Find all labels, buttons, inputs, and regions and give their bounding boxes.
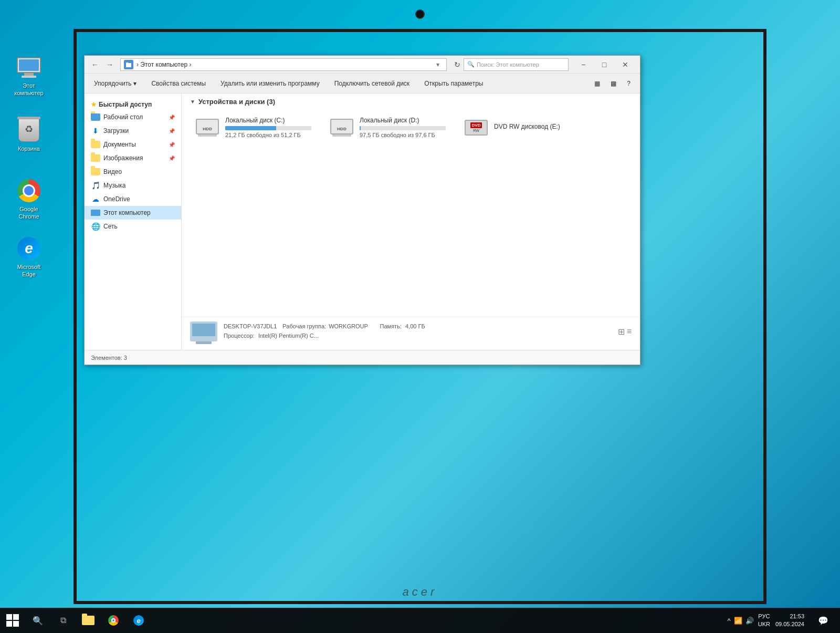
explorer-window: ← → › Этот компьютер › ▾ ↻ 🔍 Поиск: Этот… (84, 55, 640, 365)
taskbar-explorer-button[interactable] (76, 608, 101, 633)
computer-info-bar: DESKTOP-V37JDL1 Рабочая группа: WORKGROU… (182, 317, 640, 350)
workgroup-label: Рабочая группа: (282, 323, 326, 329)
processor-label: Процессор: (224, 333, 255, 339)
close-button[interactable]: ✕ (615, 57, 636, 72)
nav-buttons: ← → (89, 58, 116, 71)
open-settings-button[interactable]: Открыть параметры (421, 78, 486, 89)
notifications-button[interactable]: 💬 (811, 608, 836, 633)
organize-dropdown-icon: ▾ (133, 80, 136, 87)
network-icon: 🌐 (91, 222, 100, 231)
recycle-icon-label: Корзина (18, 145, 40, 152)
lang-secondary: UKR (758, 620, 770, 628)
content-panel: ▼ Устройства и диски (3) HDD (182, 94, 640, 350)
drive-d-item[interactable]: HDD Локальный диск (D:) (324, 112, 450, 143)
desktop-icon-chrome[interactable]: GoogleChrome (8, 176, 50, 223)
taskbar-clock[interactable]: 21:53 09.05.2024 (775, 613, 804, 629)
address-dropdown-icon[interactable]: ▾ (433, 59, 443, 70)
search-bar[interactable]: 🔍 Поиск: Этот компьютер (464, 58, 569, 71)
connect-drive-button[interactable]: Подключить сетевой диск (331, 78, 413, 89)
taskbar-search-button[interactable]: 🔍 (25, 608, 50, 633)
drive-c-bar-fill (225, 126, 276, 130)
taskbar: 🔍 ⧉ e ^ 📶 🔊 РУС UKR (0, 608, 840, 633)
documents-folder-icon (91, 140, 100, 149)
uninstall-button[interactable]: Удалить или изменить программу (217, 78, 323, 89)
drive-e-info: DVD RW дисковод (E:) (494, 123, 580, 132)
drive-c-info: Локальный диск (C:) 21,2 ГБ свободно из … (225, 117, 311, 138)
address-text: › Этот компьютер › (136, 61, 191, 68)
open-settings-label: Открыть параметры (424, 80, 483, 87)
help-button[interactable]: ? (624, 78, 634, 89)
taskbar-edge-button[interactable]: e (126, 608, 151, 633)
uninstall-label: Удалить или изменить программу (220, 80, 320, 87)
maximize-button[interactable]: □ (594, 57, 615, 72)
chrome-icon (16, 178, 41, 203)
organize-label: Упорядочить (94, 80, 131, 87)
sidebar-item-onedrive[interactable]: ☁ OneDrive (85, 192, 181, 206)
system-properties-button[interactable]: Свойства системы (148, 78, 209, 89)
drives-grid: HDD Локальный диск (C:) (182, 110, 640, 151)
chrome-icon-label: GoogleChrome (18, 205, 39, 221)
address-bar[interactable]: › Этот компьютер › ▾ (120, 58, 447, 71)
quick-access-title: ★ Быстрый доступ (85, 98, 181, 110)
address-folder-icon (124, 60, 133, 69)
start-button[interactable] (0, 608, 25, 633)
workgroup-value: WORKGROUP (329, 323, 368, 329)
drive-c-icon: HDD (195, 117, 220, 138)
recycle-icon: ♻ (16, 118, 41, 143)
forward-button[interactable]: → (103, 58, 116, 71)
window-controls: − □ ✕ (573, 57, 636, 72)
sidebar-item-music[interactable]: 🎵 Музыка (85, 179, 181, 192)
sidebar-item-thispc[interactable]: Этот компьютер (85, 206, 181, 220)
star-icon: ★ (91, 101, 97, 108)
desktop-folder-icon (91, 112, 100, 122)
desktop-icon-recycle[interactable]: ♻ Корзина (8, 116, 50, 154)
refresh-button[interactable]: ↻ (451, 58, 464, 71)
camera-hole (415, 9, 425, 19)
show-hidden-icon[interactable]: ^ (728, 617, 731, 625)
content-scrollable[interactable]: ▼ Устройства и диски (3) HDD (182, 94, 640, 317)
taskbar-task-view-button[interactable]: ⧉ (50, 608, 76, 633)
edge-icon (16, 236, 41, 261)
drive-c-bar-bg (225, 126, 311, 130)
organize-button[interactable]: Упорядочить ▾ (91, 78, 140, 89)
sidebar-item-pictures[interactable]: Изображения 📌 (85, 151, 181, 165)
computer-icon-label: Этот компьютер (10, 82, 48, 97)
drive-d-size: 97,5 ГБ свободно из 97,6 ГБ (360, 132, 446, 138)
pin-icon-2: 📌 (169, 128, 175, 134)
taskbar-edge-icon: e (133, 615, 144, 626)
sidebar-item-network[interactable]: 🌐 Сеть (85, 220, 181, 233)
network-tray-icon[interactable]: 📶 (734, 617, 742, 625)
volume-icon[interactable]: 🔊 (746, 617, 754, 625)
back-button[interactable]: ← (89, 58, 101, 71)
sidebar-item-documents[interactable]: Документы 📌 (85, 138, 181, 151)
section-arrow-icon: ▼ (190, 99, 195, 105)
title-bar: ← → › Этот компьютер › ▾ ↻ 🔍 Поиск: Этот… (85, 56, 640, 74)
pin-icon-3: 📌 (169, 142, 175, 148)
view-toggle-button[interactable]: ▩ (607, 78, 620, 89)
pictures-folder-icon (91, 153, 100, 163)
memory-label: Память: (380, 323, 402, 329)
desktop-icon-edge[interactable]: Microsoft Edge (8, 234, 50, 281)
system-tray-icons: ^ 📶 🔊 (728, 617, 754, 625)
drive-e-item[interactable]: DVD RW DVD RW дисковод (E:) (459, 112, 585, 143)
taskbar-chrome-button[interactable] (101, 608, 126, 633)
processor-value: Intel(R) Pentium(R) C... (258, 333, 319, 339)
sidebar-item-desktop[interactable]: Рабочий стол 📌 (85, 110, 181, 124)
language-indicator[interactable]: РУС UKR (758, 613, 770, 629)
thispc-icon (91, 208, 100, 217)
view-options-button[interactable]: ▦ (591, 78, 603, 89)
sidebar-item-downloads[interactable]: ⬇ Загрузки 📌 (85, 124, 181, 138)
desktop-icon-computer[interactable]: Этот компьютер (8, 53, 50, 99)
downloads-folder-icon: ⬇ (91, 126, 100, 136)
pin-icon: 📌 (169, 115, 175, 120)
sidebar-item-video[interactable]: Видео (85, 165, 181, 179)
drive-e-icon: DVD RW (464, 117, 489, 138)
taskbar-right: ^ 📶 🔊 РУС UKR 21:53 09.05.2024 💬 (728, 608, 840, 633)
view-icons-right: ⊞ ≡ (618, 327, 632, 337)
taskbar-chrome-icon (108, 615, 119, 626)
minimize-button[interactable]: − (573, 57, 594, 72)
drive-e-name: DVD RW дисковод (E:) (494, 123, 580, 130)
drive-c-item[interactable]: HDD Локальный диск (C:) (190, 112, 316, 143)
computer-icon (16, 55, 41, 80)
items-count: Элементов: 3 (91, 355, 127, 361)
